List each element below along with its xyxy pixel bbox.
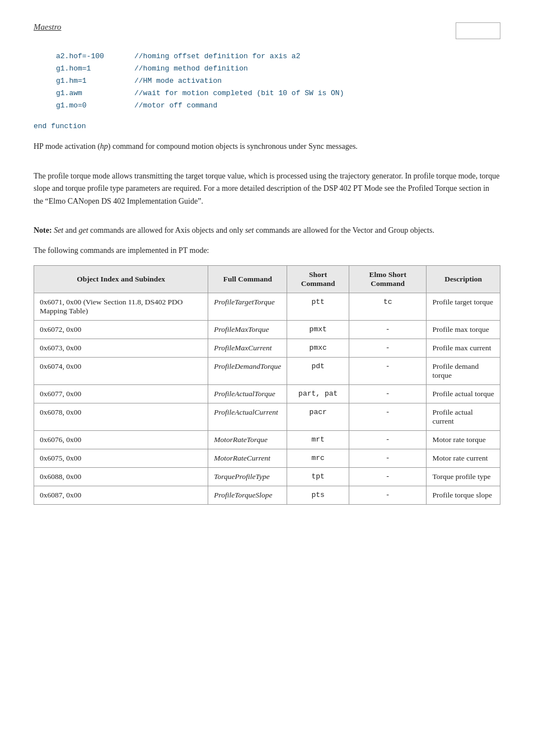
cell-elmo-6: -: [349, 430, 427, 449]
code-key-5: g1.mo=0: [56, 100, 118, 112]
paragraph-profile-torque: The profile torque mode allows transmitt…: [34, 170, 500, 208]
cell-elmo-2: -: [349, 339, 427, 357]
cell-elmo-5: -: [349, 403, 427, 430]
note-set: Set and get commands are allowed for Axi…: [54, 226, 434, 234]
cell-short-4: part, pat: [287, 384, 349, 403]
table-row: 0x6087, 0x00ProfileTorqueSlopepts-Profil…: [34, 486, 500, 504]
cell-index-8: 0x6088, 0x00: [34, 467, 208, 486]
code-line-3: g1.hm=1 //HM mode activation: [56, 75, 500, 87]
table-row: 0x6071, 0x00 (View Section 11.8, DS402 P…: [34, 293, 500, 320]
cell-desc-9: Profile torque slope: [427, 486, 500, 504]
note-label: Note:: [34, 226, 52, 234]
commands-table: Object Index and Subindex Full Command S…: [34, 265, 500, 505]
cell-desc-1: Profile max torque: [427, 320, 500, 339]
table-row: 0x6078, 0x00ProfileActualCurrentpacr-Pro…: [34, 403, 500, 430]
cell-index-7: 0x6075, 0x00: [34, 449, 208, 467]
cell-full-3: ProfileDemandTorque: [208, 357, 287, 384]
cell-full-4: ProfileActualTorque: [208, 384, 287, 403]
cell-short-3: pdt: [287, 357, 349, 384]
code-comment-2: //homing method definition: [134, 63, 248, 75]
code-comment-1: //homing offset definition for axis a2: [134, 50, 300, 63]
cell-index-2: 0x6073, 0x00: [34, 339, 208, 357]
cell-elmo-9: -: [349, 486, 427, 504]
cell-desc-3: Profile demand torque: [427, 357, 500, 384]
header-box: [456, 22, 500, 39]
cell-desc-2: Profile max current: [427, 339, 500, 357]
header: Maestro: [34, 22, 500, 39]
cell-short-8: tpt: [287, 467, 349, 486]
cell-desc-6: Motor rate torque: [427, 430, 500, 449]
cell-full-5: ProfileActualCurrent: [208, 403, 287, 430]
col-header-elmo: Elmo Short Command: [349, 265, 427, 293]
cell-short-6: mrt: [287, 430, 349, 449]
cell-index-9: 0x6087, 0x00: [34, 486, 208, 504]
cell-short-2: pmxc: [287, 339, 349, 357]
code-key-2: g1.hom=1: [56, 63, 118, 75]
cell-full-2: ProfileMaxCurrent: [208, 339, 287, 357]
cell-desc-4: Profile actual torque: [427, 384, 500, 403]
cell-elmo-4: -: [349, 384, 427, 403]
brand-title: Maestro: [34, 22, 61, 32]
table-row: 0x6088, 0x00TorqueProfileTypetpt-Torque …: [34, 467, 500, 486]
cell-short-1: pmxt: [287, 320, 349, 339]
table-row: 0x6077, 0x00ProfileActualTorquepart, pat…: [34, 384, 500, 403]
cell-elmo-3: -: [349, 357, 427, 384]
col-header-full: Full Command: [208, 265, 287, 293]
code-key-3: g1.hm=1: [56, 75, 118, 87]
table-row: 0x6072, 0x00ProfileMaxTorquepmxt-Profile…: [34, 320, 500, 339]
note-block: Note: Set and get commands are allowed f…: [34, 224, 500, 237]
code-comment-4: //wait for motion completed (bit 10 of S…: [134, 87, 344, 100]
italic-hp: hp: [100, 142, 108, 151]
cell-full-7: MotorRateCurrent: [208, 449, 287, 467]
cell-elmo-1: -: [349, 320, 427, 339]
cell-short-7: mrc: [287, 449, 349, 467]
cell-full-0: ProfileTargetTorque: [208, 293, 287, 320]
cell-full-8: TorqueProfileType: [208, 467, 287, 486]
cell-desc-8: Torque profile type: [427, 467, 500, 486]
cell-elmo-7: -: [349, 449, 427, 467]
code-block: a2.hof=-100 //homing offset definition f…: [56, 50, 500, 112]
cell-elmo-0: tc: [349, 293, 427, 320]
cell-full-9: ProfileTorqueSlope: [208, 486, 287, 504]
table-header-row: Object Index and Subindex Full Command S…: [34, 265, 500, 293]
code-line-1: a2.hof=-100 //homing offset definition f…: [56, 50, 500, 63]
cell-index-3: 0x6074, 0x00: [34, 357, 208, 384]
paragraph-hp-mode: HP mode activation (hp) command for comp…: [34, 140, 500, 153]
table-row: 0x6073, 0x00ProfileMaxCurrentpmxc-Profil…: [34, 339, 500, 357]
code-comment-5: //motor off command: [134, 100, 217, 112]
code-line-4: g1.awm //wait for motion completed (bit …: [56, 87, 500, 100]
note-text: Note: Set and get commands are allowed f…: [34, 224, 500, 237]
table-row: 0x6075, 0x00MotorRateCurrentmrc-Motor ra…: [34, 449, 500, 467]
code-key-4: g1.awm: [56, 87, 118, 100]
code-line-5: g1.mo=0 //motor off command: [56, 100, 500, 112]
cell-index-5: 0x6078, 0x00: [34, 403, 208, 430]
cell-full-6: MotorRateTorque: [208, 430, 287, 449]
cell-index-6: 0x6076, 0x00: [34, 430, 208, 449]
cell-desc-5: Profile actual current: [427, 403, 500, 430]
col-header-index: Object Index and Subindex: [34, 265, 208, 293]
cell-full-1: ProfileMaxTorque: [208, 320, 287, 339]
cell-index-4: 0x6077, 0x00: [34, 384, 208, 403]
table-intro: The following commands are implemented i…: [34, 245, 500, 257]
code-key-1: a2.hof=-100: [56, 50, 118, 63]
cell-index-0: 0x6071, 0x00 (View Section 11.8, DS402 P…: [34, 293, 208, 320]
col-header-desc: Description: [427, 265, 500, 293]
table-row: 0x6076, 0x00MotorRateTorquemrt-Motor rat…: [34, 430, 500, 449]
cell-short-0: ptt: [287, 293, 349, 320]
end-function: end function: [34, 122, 500, 130]
cell-elmo-8: -: [349, 467, 427, 486]
code-line-2: g1.hom=1 //homing method definition: [56, 63, 500, 75]
cell-short-5: pacr: [287, 403, 349, 430]
cell-short-9: pts: [287, 486, 349, 504]
cell-desc-7: Motor rate current: [427, 449, 500, 467]
code-comment-3: //HM mode activation: [134, 75, 222, 87]
cell-index-1: 0x6072, 0x00: [34, 320, 208, 339]
table-row: 0x6074, 0x00ProfileDemandTorquepdt-Profi…: [34, 357, 500, 384]
col-header-short: Short Command: [287, 265, 349, 293]
cell-desc-0: Profile target torque: [427, 293, 500, 320]
